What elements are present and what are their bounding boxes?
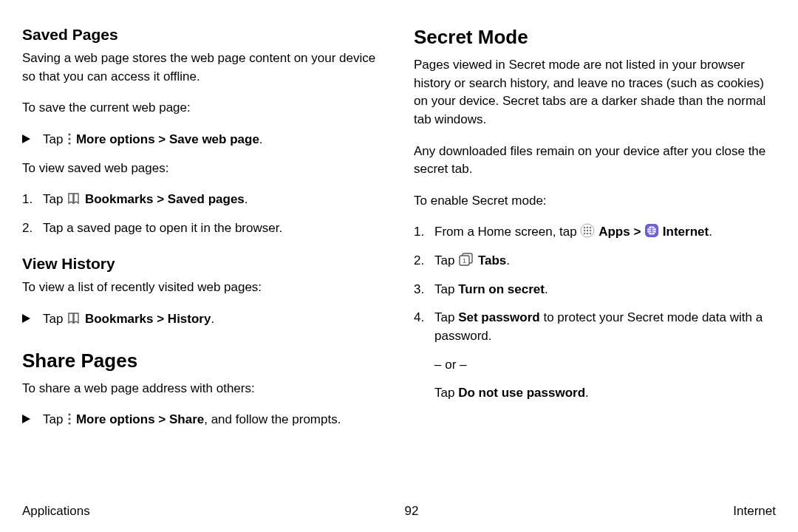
label-to-view-saved: To view saved web pages: bbox=[22, 160, 384, 178]
do-not-use-password-line: Tap Do not use password. bbox=[434, 384, 776, 403]
svg-point-2 bbox=[69, 142, 71, 144]
desc-view-history: To view a list of recently visited web p… bbox=[22, 279, 384, 297]
footer-page-number: 92 bbox=[405, 504, 419, 519]
desc-secret-1: Pages viewed in Secret mode are not list… bbox=[414, 56, 776, 129]
text: Tap bbox=[434, 253, 458, 267]
bookmarks-label: Bookmarks bbox=[85, 192, 154, 206]
secret-step-1: 1. From a Home screen, tap Apps > Intern… bbox=[414, 223, 776, 242]
step-save-webpage: Tap More options > Save web page. bbox=[22, 131, 384, 149]
set-password-label: Set password bbox=[458, 310, 540, 324]
apps-icon bbox=[580, 223, 595, 238]
triangle-bullet-icon bbox=[22, 131, 43, 149]
text: Tap bbox=[434, 386, 458, 400]
svg-point-7 bbox=[584, 227, 586, 229]
chevron: > bbox=[630, 225, 644, 239]
label-to-save: To save the current web page: bbox=[22, 99, 384, 117]
svg-point-10 bbox=[584, 230, 586, 232]
svg-point-11 bbox=[587, 230, 589, 232]
step-number: 3. bbox=[414, 281, 434, 299]
svg-point-14 bbox=[587, 233, 589, 235]
text: . bbox=[211, 312, 214, 326]
step-number: 2. bbox=[22, 219, 43, 238]
footer-right: Internet bbox=[733, 504, 776, 519]
more-options-icon bbox=[66, 412, 72, 426]
left-column: Saved Pages Saving a web page stores the… bbox=[22, 26, 384, 440]
text: Tap bbox=[434, 282, 458, 296]
apps-label: Apps bbox=[598, 225, 630, 239]
text: , and follow the prompts. bbox=[204, 412, 341, 426]
text: Tap bbox=[43, 192, 66, 206]
desc-secret-2: Any downloaded files remain on your devi… bbox=[414, 143, 776, 179]
svg-point-4 bbox=[69, 418, 71, 420]
text: . bbox=[506, 253, 510, 267]
text: Tap bbox=[43, 412, 66, 426]
heading-share-pages: Share Pages bbox=[22, 349, 384, 372]
heading-saved-pages: Saved Pages bbox=[22, 26, 384, 44]
internet-label: Internet bbox=[663, 225, 709, 239]
svg-text:1: 1 bbox=[463, 257, 466, 265]
secret-step-3: 3. Tap Turn on secret. bbox=[414, 281, 776, 299]
svg-point-13 bbox=[584, 233, 586, 235]
share-label: Share bbox=[169, 412, 204, 426]
step-view-saved-1: 1. Tap Bookmarks > Saved pages. bbox=[22, 191, 384, 209]
desc-saved-pages: Saving a web page stores the web page co… bbox=[22, 50, 384, 86]
tabs-icon: 1 bbox=[458, 252, 474, 267]
saved-pages-label: Saved pages bbox=[168, 192, 245, 206]
bookmarks-icon bbox=[66, 192, 81, 205]
svg-point-0 bbox=[69, 133, 71, 135]
step-number: 4. bbox=[414, 309, 434, 327]
text: . bbox=[245, 192, 248, 206]
more-options-label: More options bbox=[76, 132, 155, 146]
svg-point-1 bbox=[69, 137, 71, 140]
footer-left: Applications bbox=[22, 504, 90, 519]
chevron: > bbox=[153, 312, 167, 326]
save-web-page-label: Save web page bbox=[169, 132, 259, 146]
right-column: Secret Mode Pages viewed in Secret mode … bbox=[414, 26, 776, 440]
chevron: > bbox=[155, 132, 169, 146]
chevron: > bbox=[155, 412, 169, 426]
step-view-saved-2: 2. Tap a saved page to open it in the br… bbox=[22, 219, 384, 238]
secret-step-4: 4. Tap Set password to protect your Secr… bbox=[414, 309, 776, 345]
triangle-bullet-icon bbox=[22, 310, 43, 329]
step-text: Tap a saved page to open it in the brows… bbox=[43, 219, 384, 238]
svg-point-5 bbox=[69, 423, 71, 425]
step-number: 1. bbox=[414, 223, 434, 242]
text: . bbox=[709, 225, 712, 239]
page-footer: Applications 92 Internet bbox=[22, 504, 776, 519]
text: . bbox=[259, 132, 263, 146]
heading-view-history: View History bbox=[22, 255, 384, 273]
chevron: > bbox=[153, 192, 167, 206]
step-number: 2. bbox=[414, 252, 434, 270]
svg-point-12 bbox=[590, 230, 592, 232]
text: From a Home screen, tap bbox=[434, 225, 580, 239]
svg-point-9 bbox=[590, 227, 592, 229]
desc-share-pages: To share a web page address with others: bbox=[22, 380, 384, 398]
step-share: Tap More options > Share, and follow the… bbox=[22, 411, 384, 429]
svg-point-15 bbox=[590, 233, 592, 235]
text: Tap bbox=[43, 132, 66, 146]
or-divider: – or – bbox=[434, 356, 776, 375]
bookmarks-icon bbox=[66, 312, 81, 325]
do-not-use-password-label: Do not use password bbox=[458, 386, 585, 400]
svg-point-3 bbox=[69, 414, 71, 416]
secret-step-2: 2. Tap 1 Tabs. bbox=[414, 252, 776, 270]
bookmarks-label: Bookmarks bbox=[85, 312, 154, 326]
label-to-enable: To enable Secret mode: bbox=[414, 192, 776, 211]
tabs-label: Tabs bbox=[478, 253, 506, 267]
step-number: 1. bbox=[22, 191, 43, 209]
svg-point-8 bbox=[587, 227, 589, 229]
text: . bbox=[545, 282, 548, 296]
triangle-bullet-icon bbox=[22, 411, 43, 429]
heading-secret-mode: Secret Mode bbox=[414, 26, 776, 49]
history-label: History bbox=[168, 312, 211, 326]
turn-on-secret-label: Turn on secret bbox=[458, 282, 545, 296]
step-history: Tap Bookmarks > History. bbox=[22, 310, 384, 329]
text: . bbox=[585, 386, 589, 400]
more-options-label: More options bbox=[76, 412, 155, 426]
text: Tap bbox=[43, 312, 66, 326]
internet-icon bbox=[644, 223, 659, 238]
more-options-icon bbox=[66, 132, 72, 146]
text: Tap bbox=[434, 310, 458, 324]
